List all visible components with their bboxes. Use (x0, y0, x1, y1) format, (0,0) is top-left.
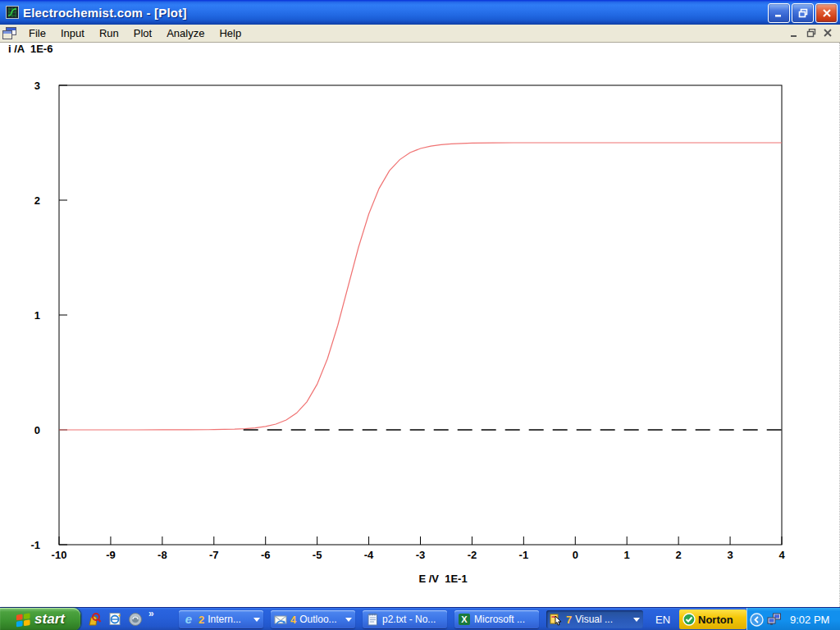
network-icon[interactable] (767, 613, 782, 626)
start-label: start (34, 611, 65, 628)
svg-text:3: 3 (34, 80, 40, 92)
taskbar-buttons: e2Intern... 4Outloo... p2.txt - No... XM… (179, 610, 643, 628)
svg-text:-1: -1 (30, 539, 40, 551)
taskbar-button[interactable]: 4Outloo... (271, 610, 355, 628)
svg-text:2: 2 (34, 194, 40, 207)
group-dropdown-arrow-icon[interactable] (345, 618, 352, 622)
svg-text:0: 0 (573, 549, 578, 561)
windows-flag-icon (16, 612, 31, 628)
svg-text:1: 1 (624, 549, 630, 561)
svg-text:-10: -10 (52, 549, 67, 561)
x-axis-title: E /V 1E-1 (361, 573, 525, 585)
svg-text:-8: -8 (158, 549, 167, 561)
notepad-icon (366, 613, 379, 626)
taskbar-button-label: Intern... (208, 614, 251, 625)
plot-area: -10-9-8-7-6-5-4-3-2-101234-10123 (0, 43, 839, 607)
menu-item-file[interactable]: File (21, 25, 53, 41)
window-count: 4 (290, 614, 296, 626)
visual-studio-icon (550, 613, 563, 626)
window-count: 2 (199, 614, 204, 626)
excel-icon: X (458, 613, 471, 626)
menu-item-input[interactable]: Input (53, 25, 92, 41)
taskbar-button-label: Microsoft ... (474, 614, 536, 625)
taskbar-button-label: p2.txt - No... (382, 614, 444, 625)
svg-text:-2: -2 (468, 549, 477, 561)
group-dropdown-arrow-icon[interactable] (633, 618, 640, 622)
clock[interactable]: 9:02 PM (790, 614, 829, 626)
norton-check-icon (682, 613, 696, 626)
taskbar-button-label: Outloo... (299, 614, 343, 625)
svg-text:X: X (461, 614, 468, 624)
start-button[interactable]: start (0, 608, 80, 630)
close-button[interactable] (815, 3, 838, 23)
norton-label: Norton (698, 614, 733, 626)
window-title: Electrochemist.com - [Plot] (23, 6, 187, 20)
taskbar: start » e2Intern... 4Outloo... (0, 607, 840, 630)
norton-badge[interactable]: Norton (679, 609, 746, 629)
svg-text:0: 0 (34, 424, 40, 436)
internet-explorer-icon: e (182, 613, 195, 626)
svg-text:1: 1 (34, 309, 40, 322)
mdi-minimize-button[interactable] (788, 27, 802, 39)
window-count: 7 (566, 614, 572, 626)
svg-text:-3: -3 (416, 549, 426, 561)
taskbar-button[interactable]: 7Visual ... (546, 610, 643, 628)
desktop: Electrochemist.com - [Plot] (0, 0, 840, 630)
menu-item-help[interactable]: Help (212, 25, 249, 41)
search-tool-icon[interactable] (87, 612, 102, 627)
svg-text:-4: -4 (364, 549, 374, 561)
quick-launch: » (87, 608, 154, 630)
svg-text:3: 3 (727, 549, 733, 561)
menu-item-analyze[interactable]: Analyze (159, 25, 212, 41)
mdi-close-button[interactable] (820, 27, 835, 39)
mdi-restore-button[interactable] (804, 27, 819, 39)
taskbar-button[interactable]: XMicrosoft ... (454, 610, 539, 628)
outlook-icon (274, 613, 287, 626)
menu-item-plot[interactable]: Plot (126, 25, 159, 41)
svg-text:-5: -5 (313, 549, 322, 561)
taskbar-button[interactable]: p2.txt - No... (363, 610, 447, 628)
svg-text:2: 2 (676, 549, 682, 561)
messenger-icon[interactable] (128, 612, 143, 627)
tray-collapse-icon[interactable] (750, 613, 764, 627)
svg-text:4: 4 (778, 549, 785, 561)
restore-button[interactable] (792, 3, 814, 23)
svg-text:-7: -7 (209, 549, 219, 561)
svg-text:-1: -1 (519, 549, 529, 561)
app-plot-icon (6, 6, 19, 19)
group-dropdown-arrow-icon[interactable] (253, 618, 260, 622)
svg-text:-6: -6 (261, 549, 271, 561)
taskbar-button-label: Visual ... (575, 614, 631, 625)
mdi-child-window-icon[interactable] (2, 27, 16, 39)
quick-launch-overflow-chevron[interactable]: » (148, 608, 154, 619)
system-tray: 9:02 PM (746, 608, 840, 630)
menu-item-run[interactable]: Run (92, 25, 126, 41)
ie-launch-icon[interactable] (107, 612, 122, 627)
language-indicator[interactable]: EN (655, 608, 670, 630)
minimize-button[interactable] (768, 3, 790, 23)
plot-window: i /A 1E-6 -10-9-8-7-6-5-4-3-2-101234-101… (0, 43, 840, 607)
taskbar-button[interactable]: e2Intern... (179, 610, 263, 628)
menu-bar: File Input Run Plot Analyze Help (0, 25, 840, 43)
svg-text:-9: -9 (106, 549, 116, 561)
title-bar: Electrochemist.com - [Plot] (0, 0, 840, 25)
